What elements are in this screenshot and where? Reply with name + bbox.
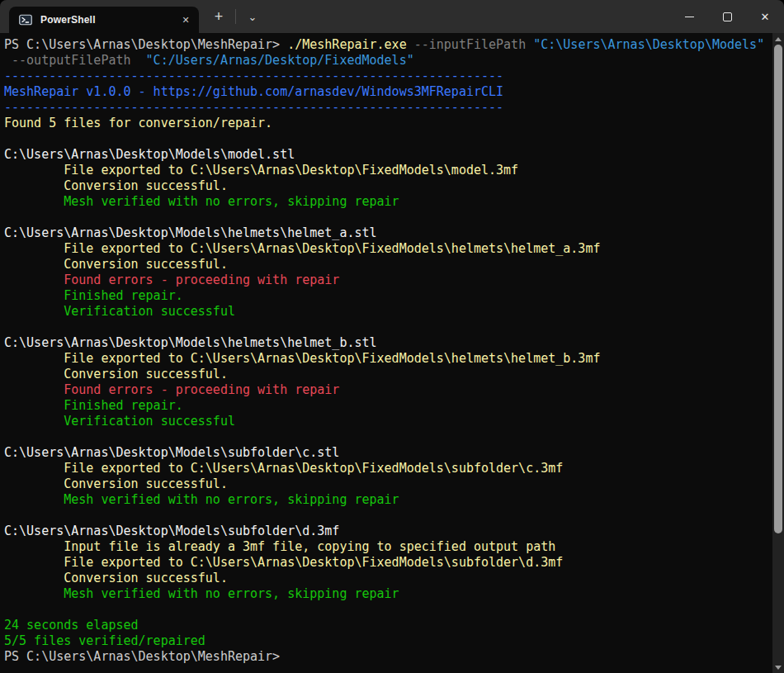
terminal-line [4, 131, 772, 147]
ok-text: Finished repair. [4, 398, 183, 413]
terminal-line: File exported to C:\Users\Arnas\Desktop\… [4, 351, 772, 367]
out-text: Conversion successful. [4, 367, 228, 382]
terminal-line: Found errors - proceeding with repair [4, 273, 772, 288]
terminal-line: Conversion successful. [4, 257, 772, 273]
terminal-line: C:\Users\Arnas\Desktop\Models\model.stl [4, 147, 772, 163]
close-button[interactable]: ✕ [746, 0, 784, 33]
str-text: "C:/Users/Arnas/Desktop/FixedModels" [146, 53, 414, 68]
ok-text: Mesh verified with no errors, skipping r… [4, 194, 399, 209]
tab-dropdown-button[interactable]: ⌄ [241, 5, 264, 28]
terminal-line: Verification successful [4, 414, 772, 429]
terminal-line [4, 320, 772, 335]
cmd-text: ./MeshRepair.exe [287, 37, 414, 52]
terminal-line: C:\Users\Arnas\Desktop\Models\helmets\he… [4, 335, 772, 351]
str-text: "C:\Users\Arnas\Desktop\Models" [533, 37, 764, 52]
maximize-button[interactable] [708, 0, 746, 33]
terminal-line: 5/5 files verified/repaired [4, 633, 772, 649]
window-controls: ✕ [670, 0, 784, 33]
out-text: File exported to C:\Users\Arnas\Desktop\… [4, 461, 563, 476]
out-text: Conversion successful. [4, 257, 228, 272]
out-text: File exported to C:\Users\Arnas\Desktop\… [4, 555, 563, 570]
info-text: ----------------------------------------… [4, 69, 503, 83]
terminal-line [4, 210, 772, 225]
ok-text: Mesh verified with no errors, skipping r… [4, 586, 399, 601]
terminal-output[interactable]: PS C:\Users\Arnas\Desktop\MeshRepair> ./… [0, 33, 772, 673]
scrollbar[interactable] [772, 33, 784, 673]
path-text: C:\Users\Arnas\Desktop\Models\model.stl [4, 147, 295, 162]
path-text: C:\Users\Arnas\Desktop\Models\helmets\he… [4, 225, 377, 240]
ok-text: Finished repair. [4, 288, 183, 303]
powershell-icon [19, 13, 32, 26]
terminal-line [4, 508, 772, 524]
ok-text: 24 seconds elapsed [4, 618, 139, 633]
out-text: Conversion successful. [4, 178, 228, 193]
tab-title: PowerShell [40, 14, 169, 26]
terminal-line: Mesh verified with no errors, skipping r… [4, 586, 772, 602]
terminal-line: Conversion successful. [4, 476, 772, 492]
tabbar-actions: + ⌄ [207, 0, 264, 33]
out-text: Conversion successful. [4, 571, 228, 585]
minimize-button[interactable] [670, 0, 708, 33]
terminal-line: PS C:\Users\Arnas\Desktop\MeshRepair> [4, 649, 772, 665]
path-text: C:\Users\Arnas\Desktop\Models\subfolder\… [4, 445, 339, 460]
prompt-text: PS C:\Users\Arnas\Desktop\MeshRepair> [4, 649, 280, 664]
scroll-up-button[interactable] [772, 33, 784, 45]
path-text: C:\Users\Arnas\Desktop\Models\subfolder\… [4, 524, 339, 538]
err-text: Found errors - proceeding with repair [4, 382, 339, 397]
info-text: MeshRepair v1.0.0 - https://github.com/a… [4, 84, 503, 99]
terminal-line: Found errors - proceeding with repair [4, 382, 772, 398]
terminal-line: File exported to C:\Users\Arnas\Desktop\… [4, 461, 772, 476]
tab-powershell[interactable]: PowerShell ✕ [9, 7, 199, 33]
terminal-line: Mesh verified with no errors, skipping r… [4, 194, 772, 210]
maximize-icon [723, 12, 732, 21]
close-icon: ✕ [761, 11, 770, 23]
terminal-line: Conversion successful. [4, 178, 772, 194]
out-text: File exported to C:\Users\Arnas\Desktop\… [4, 351, 600, 366]
info-text: ----------------------------------------… [4, 100, 503, 115]
scroll-down-button[interactable] [772, 661, 784, 673]
terminal-line: File exported to C:\Users\Arnas\Desktop\… [4, 555, 772, 571]
ok-text: Verification successful [4, 304, 235, 319]
prompt-text: PS C:\Users\Arnas\Desktop\MeshRepair> [4, 37, 287, 52]
ok-text: Mesh verified with no errors, skipping r… [4, 492, 399, 507]
err-text: Found errors - proceeding with repair [4, 273, 339, 287]
ok-text: Verification successful [4, 414, 235, 429]
terminal-line: File exported to C:\Users\Arnas\Desktop\… [4, 241, 772, 257]
scroll-down-icon [775, 666, 782, 670]
new-tab-button[interactable]: + [207, 5, 230, 28]
terminal-line: --outputFilePath "C:/Users/Arnas/Desktop… [4, 53, 772, 69]
scrollbar-thumb[interactable] [774, 45, 782, 533]
terminal-line: C:\Users\Arnas\Desktop\Models\helmets\he… [4, 225, 772, 241]
terminal-line [4, 602, 772, 618]
terminal-line: ----------------------------------------… [4, 100, 772, 116]
param-text: --inputFilePath [414, 37, 534, 52]
terminal-line: C:\Users\Arnas\Desktop\Models\subfolder\… [4, 445, 772, 461]
out-text: Input file is already a 3mf file, copyin… [4, 539, 555, 554]
terminal-window: PowerShell ✕ + ⌄ ✕ PS C:\Users\Arnas\Des… [0, 0, 784, 673]
title-bar: PowerShell ✕ + ⌄ ✕ [0, 0, 784, 33]
terminal-line: Mesh verified with no errors, skipping r… [4, 492, 772, 508]
out-text: Conversion successful. [4, 476, 228, 491]
terminal-line: C:\Users\Arnas\Desktop\Models\subfolder\… [4, 524, 772, 539]
terminal-line: Verification successful [4, 304, 772, 320]
tab-close-icon[interactable]: ✕ [177, 12, 194, 28]
terminal-line: Input file is already a 3mf file, copyin… [4, 539, 772, 555]
terminal-line: Conversion successful. [4, 571, 772, 586]
path-text: C:\Users\Arnas\Desktop\Models\helmets\he… [4, 335, 377, 350]
out-text: File exported to C:\Users\Arnas\Desktop\… [4, 241, 600, 256]
ok-text: 5/5 files verified/repaired [4, 633, 205, 648]
terminal-line: 24 seconds elapsed [4, 618, 772, 633]
terminal-line [4, 429, 772, 445]
terminal-line: ----------------------------------------… [4, 69, 772, 84]
terminal-line: Conversion successful. [4, 367, 772, 382]
terminal-line: PS C:\Users\Arnas\Desktop\MeshRepair> ./… [4, 37, 772, 53]
terminal-line: MeshRepair v1.0.0 - https://github.com/a… [4, 84, 772, 100]
terminal-line: File exported to C:\Users\Arnas\Desktop\… [4, 163, 772, 178]
out-text: Found 5 files for conversion/repair. [4, 116, 272, 130]
terminal-line: Found 5 files for conversion/repair. [4, 116, 772, 131]
tabbar-divider [235, 9, 236, 24]
param-text: --outputFilePath [4, 53, 146, 68]
scroll-up-icon [775, 37, 782, 41]
terminal-line: Finished repair. [4, 398, 772, 414]
minimize-icon [685, 17, 694, 17]
